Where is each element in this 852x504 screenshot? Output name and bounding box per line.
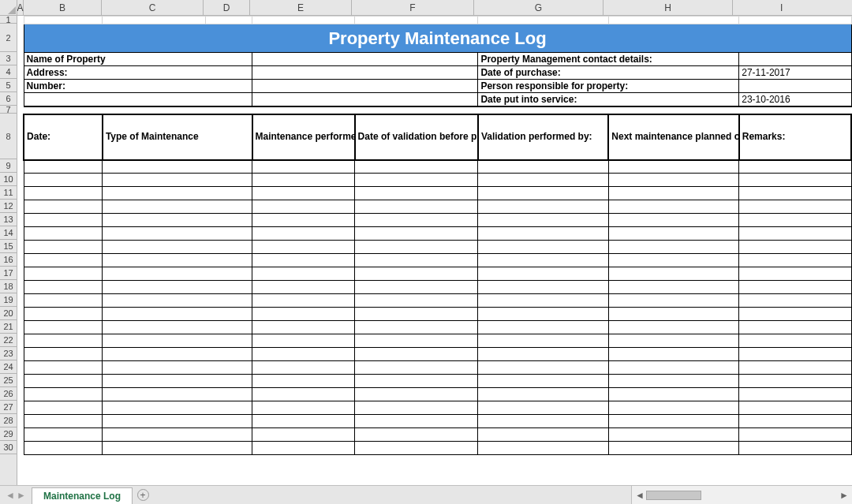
field-number[interactable] [252,80,478,93]
table-cell[interactable] [24,227,103,241]
table-cell[interactable] [739,321,851,334]
table-cell[interactable] [355,442,478,455]
row-header-7[interactable]: 7 [0,106,17,114]
table-cell[interactable] [608,214,738,227]
table-cell[interactable] [252,308,355,321]
field-contact-details[interactable] [739,53,851,66]
table-cell[interactable] [608,375,738,388]
table-cell[interactable] [739,334,851,348]
row-header-20[interactable]: 20 [0,307,17,320]
table-cell[interactable] [24,388,103,401]
table-cell[interactable] [252,428,355,442]
table-cell[interactable] [608,281,738,294]
row-header-18[interactable]: 18 [0,280,17,293]
table-cell[interactable] [608,428,738,442]
table-cell[interactable] [478,241,608,254]
row-header-12[interactable]: 12 [0,200,17,213]
table-cell[interactable] [24,321,103,334]
table-cell[interactable] [355,401,478,415]
table-cell[interactable] [478,401,608,415]
table-cell[interactable] [478,200,608,214]
table-cell[interactable] [608,254,738,267]
field-blank-mid[interactable] [252,93,478,106]
col-header-G[interactable]: G [474,0,604,15]
table-cell[interactable] [608,415,738,428]
table-cell[interactable] [608,241,738,254]
table-cell[interactable] [739,174,851,187]
table-cell[interactable] [739,294,851,308]
field-address[interactable] [252,66,478,80]
table-cell[interactable] [24,442,103,455]
table-cell[interactable] [103,348,252,361]
row-header-28[interactable]: 28 [0,414,17,427]
table-cell[interactable] [355,160,478,174]
row-header-4[interactable]: 4 [0,65,17,79]
table-cell[interactable] [24,361,103,375]
table-cell[interactable] [739,160,851,174]
table-cell[interactable] [739,428,851,442]
table-cell[interactable] [739,361,851,375]
table-cell[interactable] [739,200,851,214]
col-header-A[interactable]: A [17,0,24,15]
table-cell[interactable] [252,294,355,308]
table-cell[interactable] [478,160,608,174]
row-header-22[interactable]: 22 [0,334,17,347]
table-cell[interactable] [103,388,252,401]
table-cell[interactable] [355,321,478,334]
scroll-right-icon[interactable]: ► [838,489,850,502]
table-cell[interactable] [739,401,851,415]
row-header-27[interactable]: 27 [0,401,17,414]
table-cell[interactable] [739,375,851,388]
row-header-6[interactable]: 6 [0,92,17,106]
table-cell[interactable] [252,187,355,200]
table-cell[interactable] [608,294,738,308]
table-cell[interactable] [608,348,738,361]
table-cell[interactable] [103,442,252,455]
table-cell[interactable] [252,267,355,281]
table-cell[interactable] [355,428,478,442]
table-cell[interactable] [478,308,608,321]
table-cell[interactable] [739,227,851,241]
table-cell[interactable] [252,281,355,294]
table-cell[interactable] [252,174,355,187]
table-cell[interactable] [24,200,103,214]
table-cell[interactable] [24,294,103,308]
table-cell[interactable] [355,375,478,388]
row-header-3[interactable]: 3 [0,52,17,65]
row-header-16[interactable]: 16 [0,253,17,267]
table-cell[interactable] [252,375,355,388]
select-all-corner[interactable] [0,0,17,15]
table-cell[interactable] [24,401,103,415]
table-cell[interactable] [24,348,103,361]
table-cell[interactable] [355,200,478,214]
table-cell[interactable] [478,415,608,428]
table-cell[interactable] [252,200,355,214]
table-cell[interactable] [355,214,478,227]
row-header-30[interactable]: 30 [0,441,17,454]
table-cell[interactable] [252,348,355,361]
table-cell[interactable] [478,281,608,294]
table-cell[interactable] [478,294,608,308]
row-header-15[interactable]: 15 [0,240,17,253]
table-cell[interactable] [355,361,478,375]
table-cell[interactable] [103,361,252,375]
table-cell[interactable] [478,348,608,361]
tab-maintenance-log[interactable]: Maintenance Log [32,487,133,504]
table-cell[interactable] [252,241,355,254]
row-header-2[interactable]: 2 [0,24,17,52]
table-cell[interactable] [355,281,478,294]
table-cell[interactable] [103,241,252,254]
horizontal-scrollbar[interactable]: ◄ ► [631,486,852,504]
col-header-I[interactable]: I [733,0,852,15]
col-header-B[interactable]: B [24,0,102,15]
col-header-C[interactable]: C [102,0,204,15]
table-cell[interactable] [478,214,608,227]
field-purchase-date[interactable]: 27-11-2017 [739,66,851,80]
table-cell[interactable] [24,160,103,174]
table-cell[interactable] [103,187,252,200]
table-cell[interactable] [24,308,103,321]
table-cell[interactable] [355,294,478,308]
table-cell[interactable] [478,187,608,200]
table-cell[interactable] [608,187,738,200]
table-cell[interactable] [24,267,103,281]
